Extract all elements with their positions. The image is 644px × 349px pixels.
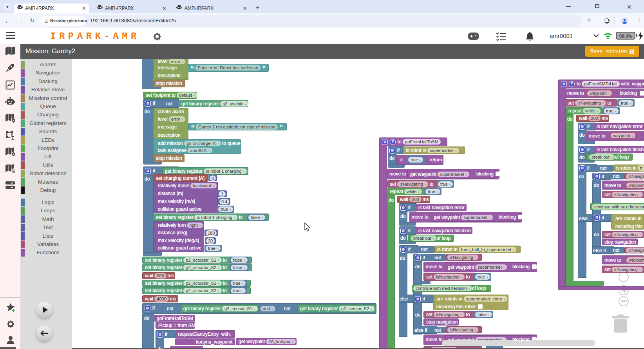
svg-text:E: E (12, 169, 15, 174)
